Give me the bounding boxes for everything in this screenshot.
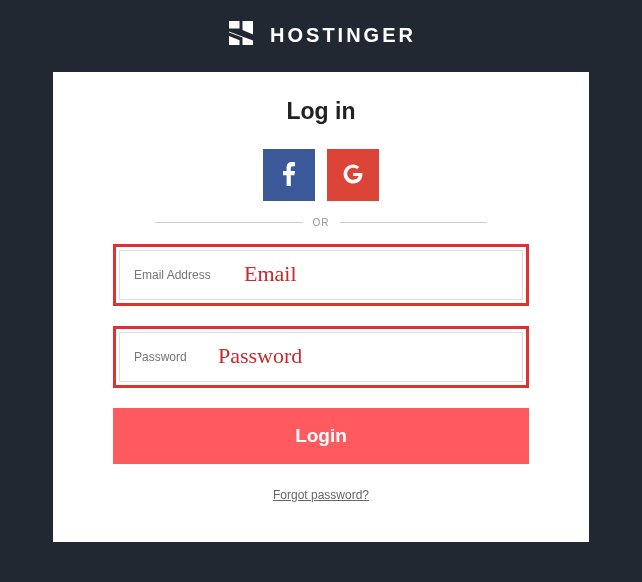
- login-card: Log in OR Email: [53, 72, 589, 542]
- password-field-container: [119, 332, 523, 382]
- password-field-highlight: Password: [113, 326, 529, 388]
- login-button[interactable]: Login: [113, 408, 529, 464]
- password-input[interactable]: [134, 350, 508, 364]
- email-field-highlight: Email: [113, 244, 529, 306]
- divider-text: OR: [313, 217, 330, 228]
- email-input[interactable]: [134, 268, 508, 282]
- facebook-icon: [282, 162, 296, 189]
- brand-name: HOSTINGER: [270, 24, 416, 47]
- forgot-password-link[interactable]: Forgot password?: [113, 488, 529, 502]
- hostinger-logo-icon: [226, 18, 256, 52]
- google-icon: [341, 162, 365, 189]
- google-login-button[interactable]: [327, 149, 379, 201]
- login-title: Log in: [113, 98, 529, 125]
- email-field-container: [119, 250, 523, 300]
- app-header: HOSTINGER: [0, 0, 642, 72]
- divider-line-right: [340, 222, 488, 223]
- facebook-login-button[interactable]: [263, 149, 315, 201]
- social-login-row: [113, 149, 529, 201]
- divider: OR: [155, 217, 487, 228]
- divider-line-left: [155, 222, 303, 223]
